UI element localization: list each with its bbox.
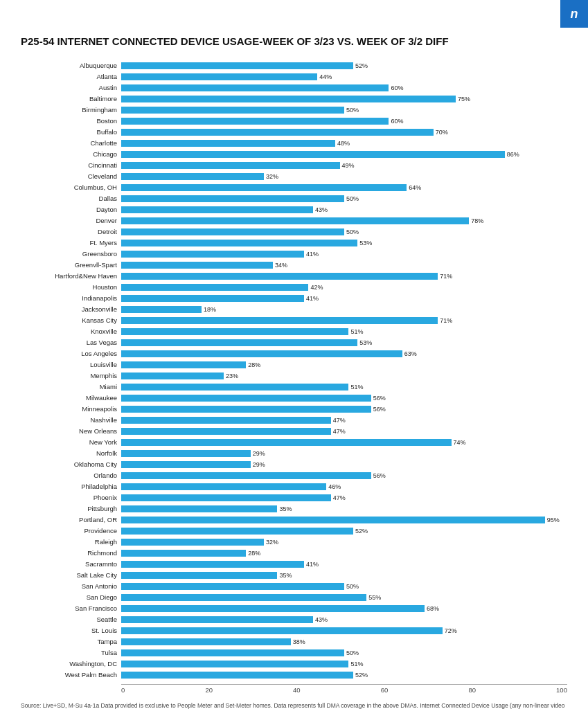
- city-label: Cleveland: [21, 172, 121, 180]
- bar-value-label: 35%: [279, 572, 292, 579]
- city-label: Pittsburgh: [21, 505, 121, 512]
- bar-container: 86%: [121, 151, 567, 158]
- bar-container: 23%: [121, 373, 567, 379]
- bar-row: Birmingham50%: [21, 105, 567, 115]
- bar-container: 50%: [121, 649, 567, 656]
- bar: [121, 328, 348, 335]
- city-label: Greensboro: [21, 250, 121, 258]
- city-label: San Diego: [21, 593, 121, 601]
- bar: [121, 217, 469, 224]
- bar: [121, 228, 344, 235]
- city-label: Raleigh: [21, 538, 121, 546]
- bar-container: 32%: [121, 539, 567, 546]
- bar: [121, 62, 353, 69]
- bar: [121, 672, 353, 679]
- city-label: Detroit: [21, 228, 121, 235]
- bar-container: 60%: [121, 84, 567, 91]
- bar-row: Atlanta44%: [21, 72, 567, 82]
- bar: [121, 173, 264, 180]
- bar-value-label: 47%: [333, 494, 346, 501]
- bar: [121, 539, 264, 546]
- bar-container: 42%: [121, 284, 567, 291]
- bar: [121, 96, 456, 102]
- source-text: Source: Live+SD, M-Su 4a-1a Data provide…: [21, 702, 567, 710]
- bar-container: 50%: [121, 107, 567, 114]
- bar-value-label: 41%: [306, 251, 319, 258]
- bar: [121, 118, 389, 125]
- city-label: Los Angeles: [21, 350, 121, 357]
- bar-row: Cleveland32%: [21, 172, 567, 181]
- bar-value-label: 70%: [436, 129, 448, 136]
- bar-value-label: 29%: [253, 461, 265, 468]
- bar-container: 53%: [121, 240, 567, 246]
- city-label: Sacramnto: [21, 560, 121, 568]
- bar-value-label: 56%: [373, 472, 386, 479]
- bar: [121, 483, 326, 490]
- x-axis-label: 40: [293, 686, 301, 694]
- bar: [121, 262, 273, 269]
- city-label: Indianapolis: [21, 294, 121, 302]
- bar-container: 56%: [121, 395, 567, 402]
- bar-row: Kansas City71%: [21, 316, 567, 325]
- bar-value-label: 48%: [337, 140, 350, 147]
- bar-container: 70%: [121, 129, 567, 136]
- bar: [121, 240, 357, 246]
- city-label: Houston: [21, 283, 121, 291]
- bar: [121, 616, 313, 623]
- bar-container: 71%: [121, 273, 567, 280]
- x-axis-line: [121, 684, 567, 685]
- bar-container: 43%: [121, 616, 567, 623]
- city-label: Denver: [21, 217, 121, 224]
- x-axis-labels: 020406080100: [121, 686, 567, 694]
- bar-value-label: 86%: [507, 151, 519, 158]
- city-label: Jacksonville: [21, 305, 121, 313]
- bar-value-label: 52%: [355, 62, 368, 69]
- city-label: Norfolk: [21, 449, 121, 457]
- bar-container: 18%: [121, 306, 567, 313]
- bar-row: Seattle43%: [21, 615, 567, 625]
- bar-row: Norfolk29%: [21, 449, 567, 458]
- bar: [121, 605, 425, 612]
- bar-value-label: 43%: [315, 616, 328, 623]
- bar-value-label: 46%: [328, 483, 341, 490]
- bar-container: 72%: [121, 627, 567, 634]
- bar-container: 32%: [121, 173, 567, 180]
- bar-container: 35%: [121, 505, 567, 512]
- bar: [121, 317, 438, 324]
- bar-value-label: 51%: [350, 328, 363, 335]
- bar-container: 49%: [121, 162, 567, 169]
- city-label: Albuquerque: [21, 62, 121, 69]
- bar-container: 50%: [121, 195, 567, 202]
- city-label: Nashville: [21, 416, 121, 424]
- city-label: Charlotte: [21, 139, 121, 147]
- bar-row: San Diego55%: [21, 593, 567, 602]
- bar-value-label: 60%: [391, 118, 403, 125]
- bar: [121, 572, 277, 579]
- bar-row: Pittsburgh35%: [21, 504, 567, 514]
- bar-value-label: 52%: [355, 528, 368, 535]
- city-label: Birmingham: [21, 106, 121, 114]
- city-label: Kansas City: [21, 316, 121, 324]
- bar: [121, 107, 344, 114]
- bar-container: 78%: [121, 217, 567, 224]
- city-label: Washington, DC: [21, 660, 121, 667]
- bar-container: 28%: [121, 550, 567, 557]
- bar: [121, 251, 304, 258]
- bar-container: 29%: [121, 461, 567, 468]
- bar: [121, 417, 331, 424]
- bar-container: 50%: [121, 583, 567, 590]
- bar-row: Los Angeles63%: [21, 349, 567, 359]
- bar-value-label: 28%: [248, 361, 260, 368]
- bar-value-label: 29%: [253, 450, 265, 457]
- bar-container: 63%: [121, 350, 567, 357]
- bar-container: 48%: [121, 140, 567, 147]
- bar-row: Sacramnto41%: [21, 559, 567, 569]
- bar-container: 44%: [121, 73, 567, 80]
- bar-value-label: 68%: [427, 605, 439, 612]
- bar-row: Louisville28%: [21, 360, 567, 370]
- bar: [121, 195, 344, 202]
- bar-row: Jacksonville18%: [21, 305, 567, 314]
- city-label: Salt Lake City: [21, 571, 121, 579]
- bar: [121, 140, 335, 147]
- x-axis-label: 20: [205, 686, 213, 694]
